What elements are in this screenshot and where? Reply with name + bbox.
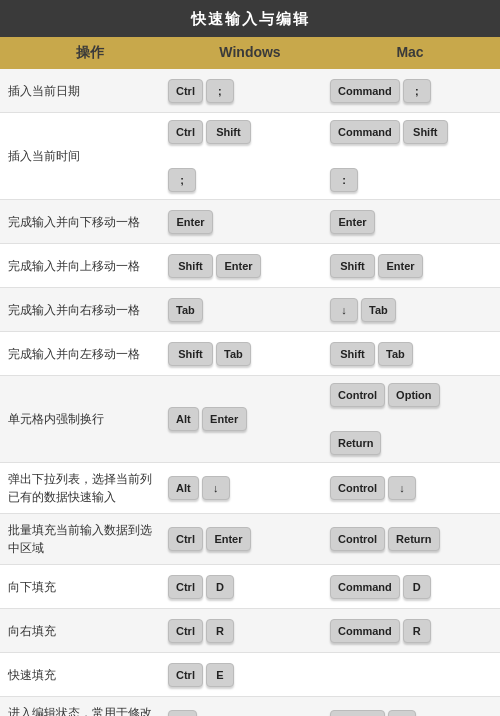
- op-col: 批量填充当前输入数据到选中区域: [8, 521, 168, 557]
- key-badge: Control: [330, 527, 385, 551]
- key-badge: Shift: [403, 120, 448, 144]
- key-badge: Tab: [378, 342, 413, 366]
- key-badge: Option: [388, 383, 439, 407]
- key-badge: E: [206, 663, 234, 687]
- key-badge: Shift: [330, 342, 375, 366]
- key-badge: Enter: [216, 254, 261, 278]
- key-badge: Return: [388, 527, 439, 551]
- key-badge: Shift: [168, 254, 213, 278]
- win-col: Ctrl;: [168, 79, 330, 103]
- table-row: 插入当前时间CtrlShift;CommandShift:: [0, 113, 500, 200]
- key-badge: Ctrl: [168, 575, 203, 599]
- win-col: AltEnter: [168, 407, 330, 431]
- table-row: 弹出下拉列表，选择当前列已有的数据快速输入Alt↓Control↓: [0, 463, 500, 514]
- key-badge: Ctrl: [168, 79, 203, 103]
- key-badge: ↓: [388, 476, 416, 500]
- win-col: Alt↓: [168, 476, 330, 500]
- mac-col: ControlOptionReturn: [330, 383, 492, 455]
- key-badge: :: [330, 168, 358, 192]
- table-row: 向下填充CtrlDCommandD: [0, 565, 500, 609]
- key-badge: Enter: [378, 254, 423, 278]
- key-badge: Command: [330, 575, 400, 599]
- mac-col: CommandR: [330, 619, 492, 643]
- table-row: 完成输入并向上移动一格ShiftEnterShiftEnter: [0, 244, 500, 288]
- win-col: Tab: [168, 298, 330, 322]
- key-badge: Alt: [168, 476, 199, 500]
- key-badge: Tab: [216, 342, 251, 366]
- header-mac: Mac: [330, 44, 490, 62]
- key-badge: ↓: [330, 298, 358, 322]
- table-row: 完成输入并向下移动一格EnterEnter: [0, 200, 500, 244]
- key-badge: U: [388, 710, 416, 716]
- key-badge: Control: [330, 710, 385, 716]
- header-op: 操作: [10, 44, 170, 62]
- table-row: 完成输入并向右移动一格Tab↓Tab: [0, 288, 500, 332]
- key-badge: Enter: [330, 210, 375, 234]
- table-row: 批量填充当前输入数据到选中区域CtrlEnterControlReturn: [0, 514, 500, 565]
- win-col: ShiftEnter: [168, 254, 330, 278]
- key-badge: Alt: [168, 407, 199, 431]
- op-col: 完成输入并向下移动一格: [8, 213, 168, 231]
- key-badge: Ctrl: [168, 663, 203, 687]
- mac-col: ControlReturn: [330, 527, 492, 551]
- key-badge: ;: [168, 168, 196, 192]
- key-badge: D: [206, 575, 234, 599]
- mac-col: Command;: [330, 79, 492, 103]
- table-row: 完成输入并向左移动一格ShiftTabShiftTab: [0, 332, 500, 376]
- win-col: F2: [168, 710, 330, 716]
- key-badge: Command: [330, 79, 400, 103]
- win-col: CtrlR: [168, 619, 330, 643]
- key-badge: Shift: [330, 254, 375, 278]
- key-badge: Enter: [206, 527, 251, 551]
- mac-col: ControlU: [330, 710, 492, 716]
- win-col: CtrlD: [168, 575, 330, 599]
- key-badge: Ctrl: [168, 120, 203, 144]
- op-col: 完成输入并向右移动一格: [8, 301, 168, 319]
- op-col: 完成输入并向上移动一格: [8, 257, 168, 275]
- key-badge: Enter: [202, 407, 247, 431]
- op-col: 快速填充: [8, 666, 168, 684]
- table-row: 进入编辑状态，常用于修改数据F2ControlU: [0, 697, 500, 716]
- key-badge: R: [206, 619, 234, 643]
- op-col: 完成输入并向左移动一格: [8, 345, 168, 363]
- table-header: 操作 Windows Mac: [0, 37, 500, 69]
- table-row: 向右填充CtrlRCommandR: [0, 609, 500, 653]
- mac-col: ↓Tab: [330, 298, 492, 322]
- key-badge: ↓: [202, 476, 230, 500]
- key-badge: Control: [330, 476, 385, 500]
- key-badge: Tab: [168, 298, 203, 322]
- key-badge: Return: [330, 431, 381, 455]
- key-badge: F2: [168, 710, 197, 716]
- key-badge: Ctrl: [168, 527, 203, 551]
- mac-col: Control↓: [330, 476, 492, 500]
- key-badge: Enter: [168, 210, 213, 234]
- op-col: 插入当前时间: [8, 147, 168, 165]
- key-badge: Shift: [168, 342, 213, 366]
- mac-col: ShiftEnter: [330, 254, 492, 278]
- win-col: Enter: [168, 210, 330, 234]
- key-badge: D: [403, 575, 431, 599]
- op-col: 单元格内强制换行: [8, 410, 168, 428]
- header-win: Windows: [170, 44, 330, 62]
- win-col: CtrlE: [168, 663, 330, 687]
- mac-col: ShiftTab: [330, 342, 492, 366]
- key-badge: Shift: [206, 120, 251, 144]
- key-badge: Tab: [361, 298, 396, 322]
- op-col: 弹出下拉列表，选择当前列已有的数据快速输入: [8, 470, 168, 506]
- key-badge: Control: [330, 383, 385, 407]
- win-col: ShiftTab: [168, 342, 330, 366]
- key-badge: R: [403, 619, 431, 643]
- key-badge: ;: [206, 79, 234, 103]
- mac-col: Enter: [330, 210, 492, 234]
- win-col: CtrlShift;: [168, 120, 330, 192]
- key-badge: Command: [330, 619, 400, 643]
- page-title: 快速输入与编辑: [0, 0, 500, 37]
- win-col: CtrlEnter: [168, 527, 330, 551]
- table-row: 单元格内强制换行AltEnterControlOptionReturn: [0, 376, 500, 463]
- table-row: 快速填充CtrlE: [0, 653, 500, 697]
- key-badge: Ctrl: [168, 619, 203, 643]
- table-row: 插入当前日期Ctrl;Command;: [0, 69, 500, 113]
- table-body: 插入当前日期Ctrl;Command;插入当前时间CtrlShift;Comma…: [0, 69, 500, 716]
- op-col: 进入编辑状态，常用于修改数据: [8, 704, 168, 716]
- op-col: 向右填充: [8, 622, 168, 640]
